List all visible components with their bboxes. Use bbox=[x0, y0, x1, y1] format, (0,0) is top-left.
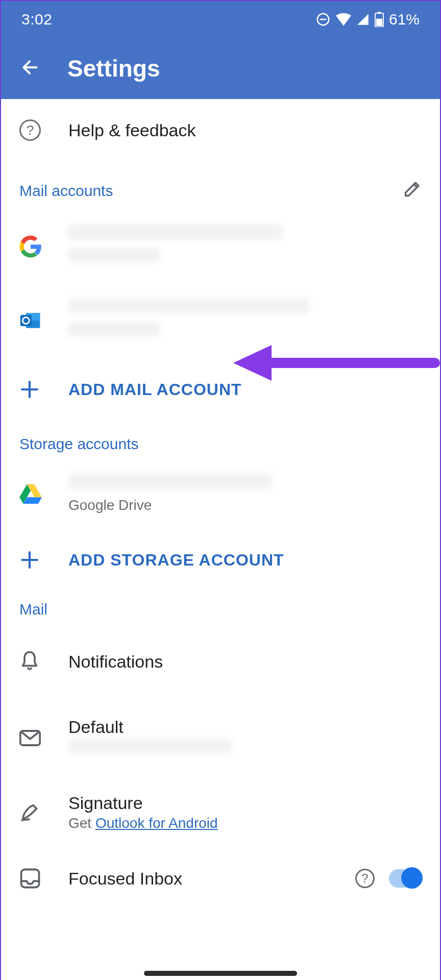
mail-account-google[interactable] bbox=[1, 211, 440, 282]
wifi-icon bbox=[336, 13, 351, 26]
edit-accounts-button[interactable] bbox=[403, 180, 422, 202]
default-email-row[interactable]: Default bbox=[1, 700, 440, 776]
gdrive-label: Google Drive bbox=[68, 497, 422, 513]
signature-subtext: Get Outlook for Android bbox=[68, 815, 422, 831]
default-label: Default bbox=[68, 717, 422, 737]
status-icons: 61% bbox=[315, 11, 420, 28]
mail-section-label: Mail bbox=[19, 601, 47, 618]
google-drive-icon bbox=[19, 483, 42, 504]
notifications-row[interactable]: Notifications bbox=[1, 623, 440, 700]
google-account-sub bbox=[68, 248, 160, 262]
app-header: Settings bbox=[1, 38, 440, 99]
section-header-mail: Mail bbox=[1, 591, 440, 623]
status-bar: 3:02 61% bbox=[1, 1, 440, 38]
battery-percent: 61% bbox=[389, 11, 420, 28]
mail-accounts-label: Mail accounts bbox=[19, 182, 113, 200]
help-feedback-row[interactable]: ? Help & feedback bbox=[1, 102, 440, 158]
focused-inbox-toggle[interactable] bbox=[389, 869, 422, 888]
google-icon bbox=[19, 235, 42, 258]
plus-icon bbox=[19, 379, 40, 400]
pencil-icon bbox=[403, 180, 422, 198]
add-mail-account-label: ADD MAIL ACCOUNT bbox=[68, 380, 242, 399]
arrow-back-icon bbox=[19, 57, 40, 78]
home-indicator[interactable] bbox=[144, 971, 297, 976]
gdrive-account-email bbox=[68, 474, 273, 489]
envelope-icon bbox=[19, 729, 41, 747]
bell-icon bbox=[19, 650, 40, 673]
add-mail-account-button[interactable]: ADD MAIL ACCOUNT bbox=[1, 359, 440, 420]
focused-inbox-row[interactable]: Focused Inbox ? bbox=[1, 848, 440, 909]
outlook-account-sub bbox=[68, 322, 160, 336]
signature-row[interactable]: Signature Get Outlook for Android bbox=[1, 776, 440, 848]
focused-inbox-help-icon[interactable]: ? bbox=[355, 869, 375, 888]
battery-icon bbox=[375, 12, 384, 27]
default-email-value bbox=[68, 739, 232, 753]
add-storage-account-label: ADD STORAGE ACCOUNT bbox=[68, 551, 284, 570]
section-header-storage-accounts: Storage accounts bbox=[1, 420, 440, 458]
notifications-label: Notifications bbox=[68, 652, 422, 672]
help-icon: ? bbox=[19, 119, 41, 141]
add-storage-account-button[interactable]: ADD STORAGE ACCOUNT bbox=[1, 529, 440, 591]
do-not-disturb-icon bbox=[315, 12, 331, 27]
cell-signal-icon bbox=[356, 13, 370, 26]
inbox-icon bbox=[19, 868, 41, 889]
storage-accounts-label: Storage accounts bbox=[19, 435, 138, 453]
page-title: Settings bbox=[67, 55, 160, 82]
focused-inbox-label: Focused Inbox bbox=[68, 869, 355, 889]
outlook-icon bbox=[19, 309, 42, 332]
back-button[interactable] bbox=[19, 57, 40, 80]
svg-rect-3 bbox=[378, 12, 380, 14]
outlook-android-link[interactable]: Outlook for Android bbox=[95, 815, 218, 831]
google-account-email bbox=[68, 225, 283, 240]
storage-account-gdrive[interactable]: Google Drive bbox=[1, 458, 440, 529]
section-header-mail-accounts: Mail accounts bbox=[1, 158, 440, 211]
signature-prefix: Get bbox=[68, 815, 95, 831]
signature-label: Signature bbox=[68, 793, 422, 813]
signature-icon bbox=[19, 802, 42, 822]
svg-rect-4 bbox=[376, 19, 382, 26]
plus-icon bbox=[19, 550, 40, 570]
mail-account-outlook[interactable] bbox=[1, 282, 440, 359]
clock: 3:02 bbox=[21, 11, 52, 28]
outlook-account-email bbox=[68, 299, 308, 314]
help-feedback-label: Help & feedback bbox=[68, 120, 422, 140]
